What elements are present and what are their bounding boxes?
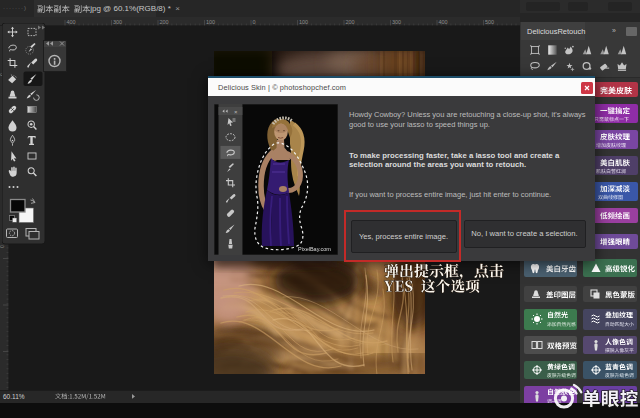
svg-text:200: 200 [346, 19, 355, 25]
svg-text:400: 400 [439, 19, 448, 25]
svg-text:200: 200 [160, 19, 169, 25]
svg-text:60.11%: 60.11% [3, 393, 25, 400]
svg-text:300: 300 [113, 19, 122, 25]
svg-text:100: 100 [206, 19, 215, 25]
svg-text:100: 100 [299, 19, 308, 25]
svg-text:×: × [234, 109, 238, 115]
svg-text:300: 300 [392, 19, 401, 25]
svg-text:PixelBay.com: PixelBay.com [298, 246, 331, 252]
svg-text:400: 400 [67, 19, 76, 25]
svg-text:500: 500 [485, 19, 494, 25]
svg-text:0: 0 [0, 245, 5, 248]
svg-text:0: 0 [253, 19, 256, 25]
